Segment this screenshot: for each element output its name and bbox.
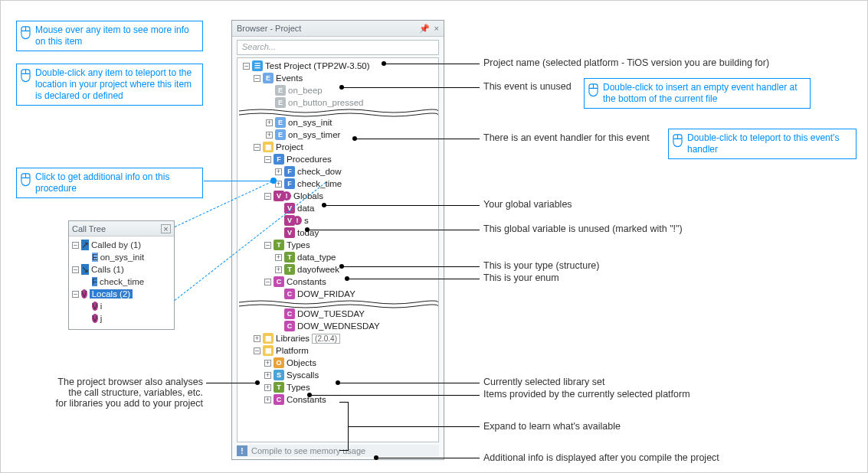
tree-node-constants[interactable]: – C Constants (239, 276, 438, 288)
type-icon: T (284, 264, 295, 275)
tree-item-check-time[interactable]: + F check_time (239, 178, 438, 190)
tip-text: Double-click any item to teleport to the… (35, 67, 192, 101)
collapse-icon[interactable]: – (254, 347, 260, 354)
mouse-icon (21, 172, 31, 186)
tree-item-on-button-pressed[interactable]: E on_button_pressed (239, 96, 438, 109)
arrow-in-icon: ↗ (81, 240, 89, 250)
pin-icon[interactable]: 📌 (419, 24, 430, 34)
node-label: Platform (276, 346, 309, 355)
calltree-body: – ↗ Called by (1) E on_sys_init – ↘ Call… (69, 236, 174, 329)
node-label: Libraries (276, 334, 310, 343)
calltree-item-i[interactable]: V i (72, 300, 171, 312)
browser-statusbar: ! Compile to see memory usage (237, 445, 439, 457)
folder-icon: ▦ (263, 333, 274, 344)
event-unused-icon: E (275, 97, 286, 108)
collapse-icon[interactable]: – (243, 63, 250, 70)
tree-item-dayofweek[interactable]: + T dayofweek (239, 263, 438, 276)
expand-icon[interactable]: + (275, 266, 282, 273)
collapse-icon[interactable]: – (264, 156, 271, 163)
node-label: Called by (1) (91, 240, 141, 250)
item-label: s (304, 216, 309, 225)
tip-text: Click to get additional info on this pro… (35, 171, 169, 194)
collapse-icon[interactable]: – (72, 242, 79, 249)
expand-icon[interactable]: + (264, 372, 271, 379)
tree-item-syscalls[interactable]: + S Syscalls (239, 369, 438, 381)
browser-title: Browser - Project (237, 24, 301, 33)
calltree-node-calledby[interactable]: – ↗ Called by (1) (72, 239, 171, 251)
expand-icon[interactable]: + (275, 254, 282, 261)
node-label: Constants (287, 277, 326, 286)
calltree-item-check-time[interactable]: F check_time (72, 276, 171, 288)
expand-icon[interactable]: + (264, 360, 271, 367)
item-label: on_button_pressed (288, 98, 363, 107)
tree-node-platform[interactable]: – ▦ Platform (239, 344, 438, 357)
event-icon: E (92, 253, 98, 262)
tree-item-objects[interactable]: + O Objects (239, 357, 438, 369)
expand-icon[interactable]: + (264, 384, 271, 391)
calltree-node-locals[interactable]: – V Locals (2) (72, 288, 171, 300)
item-label: on_sys_init (288, 118, 332, 127)
tree-node-types[interactable]: – T Types (239, 239, 438, 251)
collapse-icon[interactable]: – (254, 75, 260, 82)
annotation-expand: Expand to learn what's available (483, 421, 621, 432)
collapse-icon[interactable]: – (72, 266, 79, 273)
tree-item-dow-friday[interactable]: C DOW_FRIDAY (239, 288, 438, 300)
annotation-has-handler: There is an event handler for this event (483, 132, 650, 143)
annotation-project-name: Project name (selected platform - TiOS v… (483, 57, 769, 68)
collapse-icon[interactable]: – (264, 193, 271, 200)
function-icon: F (274, 154, 284, 165)
tree-item-s[interactable]: V ! s (239, 214, 438, 227)
tree-item-data-type[interactable]: + T data_type (239, 251, 438, 263)
tree-node-procedures[interactable]: – F Procedures (239, 153, 438, 165)
expand-icon[interactable]: + (264, 396, 271, 403)
close-icon[interactable]: × (434, 24, 439, 34)
tree-item-today[interactable]: V today (239, 227, 438, 239)
close-icon[interactable]: × (161, 224, 171, 233)
tree-node-globals[interactable]: – V ! Globals (239, 190, 438, 202)
expand-icon[interactable]: + (266, 119, 273, 126)
annotation-globals: Your global variables (483, 199, 572, 210)
folder-icon: ▦ (263, 142, 274, 152)
objects-icon: O (274, 357, 284, 368)
tree-item-on-sys-init[interactable]: + E on_sys_init (239, 116, 438, 129)
collapse-icon[interactable]: – (254, 144, 260, 151)
type-icon: T (274, 240, 284, 250)
tree-item-on-beep[interactable]: E on_beep (239, 84, 438, 96)
browser-titlebar: Browser - Project 📌 × (232, 21, 444, 37)
collapse-icon[interactable]: – (264, 242, 271, 249)
constant-icon: C (274, 276, 284, 287)
item-label: on_beep (288, 86, 323, 95)
tree-item-check-dow[interactable]: + F check_dow (239, 165, 438, 178)
item-label: on_sys_timer (288, 130, 340, 139)
tree-node-libraries[interactable]: + ▦ Libraries (2.0.4) (239, 332, 438, 344)
collapse-icon[interactable]: – (72, 291, 79, 298)
tree-item-data[interactable]: V data (239, 202, 438, 214)
tip-text: Mouse over any item to see more info on … (35, 24, 189, 47)
calltree-item-on-sys-init[interactable]: E on_sys_init (72, 251, 171, 263)
tip-text: Double-click to insert an empty event ha… (603, 82, 797, 104)
expand-icon[interactable]: + (275, 168, 282, 175)
syscalls-icon: S (274, 370, 284, 380)
item-label: DOW_FRIDAY (297, 289, 355, 298)
tree-item-dow-wednesday[interactable]: C DOW_WEDNESDAY (239, 320, 438, 332)
calltree-item-j[interactable]: V j (72, 312, 171, 325)
tree-node-project-folder[interactable]: – ▦ Project (239, 141, 438, 153)
calltree-window: Call Tree × – ↗ Called by (1) E on_sys_i… (68, 220, 175, 330)
event-icon: E (263, 73, 274, 83)
tree-node-events[interactable]: – E Events (239, 72, 438, 84)
lib-version-badge: (2.0.4) (312, 334, 340, 344)
annotation-lib-analysis: The project browser also analyses the ca… (16, 377, 203, 409)
warning-icon: ! (293, 216, 302, 225)
item-label: data_type (297, 253, 336, 262)
tree-root-project[interactable]: – ☰ Test Project (TPP2W-3.50) (239, 60, 438, 72)
expand-icon[interactable]: + (266, 132, 273, 139)
tree-item-dow-tuesday[interactable]: C DOW_TUESDAY (239, 308, 438, 320)
expand-icon[interactable]: + (254, 335, 260, 342)
collapse-icon[interactable]: – (264, 279, 271, 285)
search-input[interactable]: Search... (237, 40, 439, 55)
leader-line (342, 266, 480, 267)
calltree-node-calls[interactable]: – ↘ Calls (1) (72, 263, 171, 276)
arrow-out-icon: ↘ (81, 264, 89, 275)
item-label: Constants (287, 395, 326, 404)
leader-line (342, 87, 480, 88)
